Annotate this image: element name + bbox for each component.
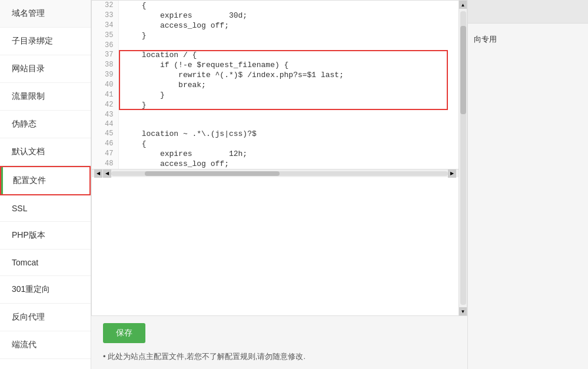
line-content: if (!-e $request_filename) { <box>118 60 459 70</box>
line-content: location / { <box>118 50 459 60</box>
sidebar: 域名管理 子目录绑定 网站目录 流量限制 伪静态 默认文档 配置文件 SSL P… <box>0 0 91 369</box>
sidebar-item-traffic[interactable]: 流量限制 <box>0 83 91 111</box>
sidebar-item-php[interactable]: PHP版本 <box>0 222 91 250</box>
code-lines-wrapper: 32 {33 expires 30d;34 access_log off;35 … <box>92 1 459 315</box>
line-content <box>118 41 459 50</box>
sidebar-item-configfile[interactable]: 配置文件 <box>0 166 91 195</box>
line-number: 43 <box>92 110 118 119</box>
line-content: { <box>118 1 459 11</box>
line-number: 37 <box>92 50 118 60</box>
scroll-right-btn[interactable]: ▶ <box>448 169 456 178</box>
vertical-scrollbar[interactable]: ▲ ▼ <box>459 1 467 315</box>
sidebar-item-sitedir[interactable]: 网站目录 <box>0 55 91 83</box>
sidebar-item-subdir[interactable]: 子目录绑定 <box>0 28 91 55</box>
line-content: location ~ .*\.(js|css)?$ <box>118 129 459 139</box>
right-panel-content: 向专用 <box>468 24 588 55</box>
scroll-down-btn[interactable]: ▼ <box>459 307 467 315</box>
line-number: 40 <box>92 80 118 90</box>
right-panel: 向专用 <box>467 0 588 369</box>
line-content: break; <box>118 80 459 90</box>
line-number: 32 <box>92 1 118 11</box>
right-panel-top <box>468 0 588 24</box>
scrollbar-thumb <box>145 171 280 176</box>
sidebar-item-pseudostatic[interactable]: 伪静态 <box>0 111 91 138</box>
right-label: 向专用 <box>474 29 582 49</box>
line-number: 33 <box>92 11 118 21</box>
line-number: 46 <box>92 139 118 149</box>
line-number: 42 <box>92 100 118 110</box>
line-number: 38 <box>92 60 118 70</box>
line-number: 41 <box>92 90 118 100</box>
sidebar-item-tomcat[interactable]: Tomcat <box>0 250 91 276</box>
code-editor[interactable]: 32 {33 expires 30d;34 access_log off;35 … <box>92 1 459 169</box>
line-number: 47 <box>92 149 118 159</box>
line-number: 45 <box>92 129 118 139</box>
line-number: 35 <box>92 31 118 41</box>
sidebar-item-reverseproxy[interactable]: 反向代理 <box>0 304 91 331</box>
scrollbar-track[interactable] <box>111 171 448 176</box>
note-text: 此处为站点主配置文件,若您不了解配置规则,请勿随意修改. <box>103 351 456 362</box>
line-content <box>118 110 459 119</box>
sidebar-item-redirect301[interactable]: 301重定向 <box>0 276 91 304</box>
sidebar-item-portforward[interactable]: 端流代 <box>0 331 91 359</box>
line-content: } <box>118 90 459 100</box>
line-content: rewrite ^(.*)$ /index.php?s=$1 last; <box>118 70 459 80</box>
line-number: 36 <box>92 41 118 50</box>
line-number: 34 <box>92 21 118 31</box>
sidebar-item-defaultdoc[interactable]: 默认文档 <box>0 138 91 166</box>
line-number: 39 <box>92 70 118 80</box>
line-content: expires 12h; <box>118 149 459 159</box>
line-content: access_log off; <box>118 21 459 31</box>
v-scroll-track[interactable] <box>460 11 466 305</box>
scroll-up-btn[interactable]: ▲ <box>459 1 467 9</box>
code-editor-wrapper: 32 {33 expires 30d;34 access_log off;35 … <box>91 0 467 316</box>
scroll-left-btn2[interactable]: ◀ <box>103 169 111 178</box>
main-content: 32 {33 expires 30d;34 access_log off;35 … <box>91 0 467 369</box>
line-content: expires 30d; <box>118 11 459 21</box>
horizontal-scrollbar[interactable]: ◀ ◀ ▶ <box>92 169 459 177</box>
line-content: access_log off; <box>118 159 459 169</box>
sidebar-item-domain[interactable]: 域名管理 <box>0 0 91 28</box>
line-content: { <box>118 139 459 149</box>
line-content: } <box>118 100 459 110</box>
v-scroll-thumb <box>460 26 466 114</box>
line-number: 44 <box>92 119 118 129</box>
bottom-area: 保存 此处为站点主配置文件,若您不了解配置规则,请勿随意修改. <box>91 316 467 369</box>
line-content <box>118 119 459 129</box>
sidebar-item-ssl[interactable]: SSL <box>0 195 91 222</box>
scroll-left-btn[interactable]: ◀ <box>94 169 102 178</box>
line-content: } <box>118 31 459 41</box>
line-number: 48 <box>92 159 118 169</box>
save-button[interactable]: 保存 <box>103 323 145 343</box>
